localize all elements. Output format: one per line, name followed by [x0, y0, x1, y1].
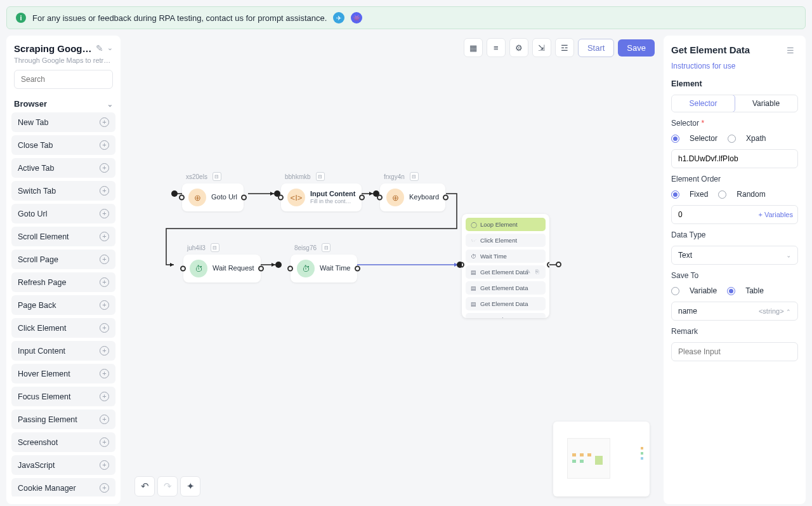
discord-icon[interactable]: 👾 — [351, 12, 362, 23]
action-javascript[interactable]: JavaScript+ — [11, 455, 115, 475]
action-active-tab[interactable]: Active Tab+ — [11, 158, 115, 178]
action-close-tab[interactable]: Close Tab+ — [11, 135, 115, 155]
project-title: Scraping Google… — [14, 43, 92, 54]
copy-icon[interactable]: ⎘ — [535, 269, 543, 276]
subnode-get-element-data[interactable]: ▤Get Element Data — [466, 297, 546, 310]
seg-variable[interactable]: Variable — [735, 95, 797, 112]
seg-selector[interactable]: Selector — [671, 95, 735, 112]
radio-table[interactable] — [727, 287, 735, 295]
datatype-select[interactable]: Text ⌃ — [671, 246, 798, 265]
project-subtitle: Through Google Maps to retr… — [11, 57, 115, 70]
radio-fixed[interactable] — [671, 190, 679, 199]
action-new-tab[interactable]: New Tab+ — [11, 112, 115, 132]
node-loop-group[interactable]: m15kmxq⊟ ◯Loop Element☞Click Element⏱Wai… — [462, 214, 549, 318]
delete-icon[interactable]: ⊟ — [211, 243, 219, 252]
plus-icon[interactable]: + — [100, 186, 109, 196]
plus-icon[interactable]: + — [100, 415, 109, 424]
globe-icon: ⊕ — [386, 189, 404, 206]
action-focus-element[interactable]: Focus Element+ — [11, 387, 115, 406]
saveto-select[interactable]: name <string> ⌃ — [671, 302, 798, 321]
plus-icon[interactable]: + — [100, 140, 109, 150]
action-cookie-manager[interactable]: Cookie Manager+ — [11, 478, 115, 496]
element-label: Element — [671, 79, 798, 88]
remark-input[interactable] — [671, 342, 798, 361]
plus-icon[interactable]: + — [100, 369, 109, 378]
search-input[interactable] — [14, 70, 113, 89]
variables-link[interactable]: + Variables — [758, 211, 793, 218]
edit-icon[interactable]: ✎ — [96, 43, 103, 53]
node-keyboard[interactable]: frxgy4n⊟ ⊕ Keyboard — [380, 183, 445, 211]
port-dot — [275, 262, 282, 268]
list-icon[interactable]: ☰ — [787, 46, 798, 55]
action-hover-element[interactable]: Hover Element+ — [11, 364, 115, 383]
radio-random[interactable] — [718, 190, 726, 199]
element-segment[interactable]: Selector Variable — [671, 95, 798, 112]
plus-icon[interactable]: + — [100, 117, 109, 127]
plus-icon[interactable]: + — [100, 232, 109, 241]
redo-button[interactable]: ↷ — [157, 476, 178, 496]
radio-variable[interactable] — [671, 287, 679, 295]
plus-icon[interactable]: + — [100, 255, 109, 264]
plus-icon[interactable]: + — [100, 323, 109, 333]
instructions-link[interactable]: Instructions for use — [671, 62, 798, 70]
info-icon: i — [16, 13, 26, 23]
sidebar: Scraping Google… ✎ ⌃ Through Google Maps… — [6, 36, 121, 504]
edit-icon[interactable]: ✎ — [526, 269, 534, 276]
minimap[interactable] — [553, 422, 650, 496]
collapse-sidebar-icon[interactable]: ⌃ — [107, 43, 113, 51]
telegram-icon[interactable]: ✈ — [333, 12, 344, 23]
node-goto-url[interactable]: xs20els⊟ ⊕ Goto Url — [182, 183, 244, 211]
svg-marker-5 — [170, 263, 174, 267]
canvas[interactable]: ▦ ≡ ⚙ ⇲ ☲ Start Save — [127, 36, 657, 504]
subnode-get-element-data[interactable]: ▤Get Element Data — [466, 281, 546, 295]
timer-icon: ⏱ — [297, 260, 315, 277]
magic-button[interactable]: ✦ — [180, 476, 200, 496]
action-refresh-page[interactable]: Refresh Page+ — [11, 272, 115, 292]
action-screenshot[interactable]: Screenshot+ — [11, 432, 115, 452]
plus-icon[interactable]: + — [100, 300, 109, 310]
chevron-down-icon: ⌃ — [786, 252, 791, 258]
node-wait-request[interactable]: juh4il3⊟ ⏱ Wait Request — [183, 255, 261, 283]
action-input-content[interactable]: Input Content+ — [11, 341, 115, 361]
delete-icon[interactable]: ⊟ — [322, 243, 331, 252]
node-input-content[interactable]: bbhkmkb⊟ <I> Input ContentFill in the co… — [281, 183, 362, 211]
plus-icon[interactable]: + — [100, 163, 109, 173]
action-page-back[interactable]: Page Back+ — [11, 295, 115, 315]
banner-text: For any issues or feedback during RPA te… — [32, 13, 327, 23]
delete-icon[interactable]: ⊟ — [316, 172, 325, 181]
subnode-click-element[interactable]: ☞Click Element — [466, 234, 546, 247]
notification-banner: i For any issues or feedback during RPA … — [6, 6, 806, 29]
action-switch-tab[interactable]: Switch Tab+ — [11, 181, 115, 201]
group-browser[interactable]: Browser ⌃ — [11, 95, 115, 112]
delete-icon[interactable]: ⊟ — [410, 172, 419, 181]
subnode-loop-element[interactable]: ◯Loop Element — [466, 218, 546, 231]
subnode-get-element-data[interactable]: ▤Get Element Data✎⎘ — [466, 265, 546, 279]
group-label: Browser — [14, 99, 47, 109]
panel-title: Get Element Data — [671, 44, 750, 55]
plus-icon[interactable]: + — [100, 277, 109, 287]
plus-icon[interactable]: + — [100, 392, 109, 401]
radio-xpath[interactable] — [728, 135, 736, 143]
action-scroll-element[interactable]: Scroll Element+ — [11, 227, 115, 246]
action-goto-url[interactable]: Goto Url+ — [11, 204, 115, 223]
subnode-wait-time[interactable]: ⏱Wait Time — [466, 250, 546, 263]
plus-icon[interactable]: + — [100, 460, 109, 470]
plus-icon[interactable]: + — [100, 437, 109, 447]
properties-panel: Get Element Data ☰ Instructions for use … — [664, 36, 806, 504]
plus-icon[interactable]: + — [100, 346, 109, 356]
action-click-element[interactable]: Click Element+ — [11, 318, 115, 338]
selector-input[interactable] — [671, 149, 798, 168]
node-wait-time[interactable]: 8eisg76⊟ ⏱ Wait Time — [291, 255, 357, 283]
delete-icon[interactable]: ⊟ — [213, 172, 221, 181]
subnode-javascript[interactable]: JavaScript — [466, 313, 546, 318]
port — [556, 262, 561, 267]
chevron-down-icon: ⌃ — [107, 100, 113, 108]
action-passing-element[interactable]: Passing Element+ — [11, 409, 115, 429]
action-scroll-page[interactable]: Scroll Page+ — [11, 250, 115, 269]
action-list: New Tab+Close Tab+Active Tab+Switch Tab+… — [11, 112, 115, 496]
timer-icon: ⏱ — [190, 260, 207, 277]
radio-selector[interactable] — [671, 135, 679, 143]
plus-icon[interactable]: + — [100, 483, 109, 493]
plus-icon[interactable]: + — [100, 209, 109, 218]
undo-button[interactable]: ↶ — [134, 476, 155, 496]
